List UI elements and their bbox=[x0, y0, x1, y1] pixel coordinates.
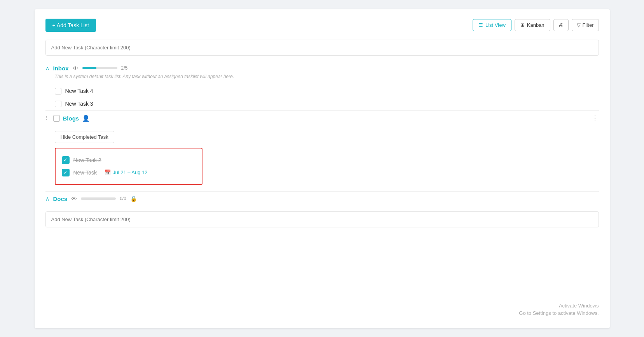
check-icon: ✓ bbox=[63, 157, 68, 163]
docs-progress-text: 0/0 bbox=[120, 196, 126, 201]
inbox-chevron-icon[interactable]: ∧ bbox=[45, 65, 49, 71]
task-label-new-task-3: New Task 3 bbox=[65, 101, 93, 107]
blogs-more-button[interactable]: ⋮ bbox=[592, 114, 599, 122]
docs-chevron-icon[interactable]: ∧ bbox=[45, 196, 49, 202]
add-task-input[interactable] bbox=[45, 40, 599, 56]
inbox-title: Inbox bbox=[53, 65, 69, 72]
inbox-description: This is a system default task list. Any … bbox=[55, 74, 599, 79]
completed-task-item: ✓ New Task 📅 Jul 21 – Aug 12 bbox=[62, 166, 195, 179]
docs-section-row: ∧ Docs 👁 0/0 🔒 bbox=[45, 191, 599, 206]
inbox-eye-icon[interactable]: 👁 bbox=[73, 65, 79, 72]
lock-icon: 🔒 bbox=[130, 196, 137, 202]
docs-title: Docs bbox=[53, 196, 68, 202]
filter-button[interactable]: ▽ Filter bbox=[572, 19, 599, 31]
bottom-add-task-input[interactable] bbox=[45, 211, 599, 227]
completed-checkbox-new-task-2[interactable]: ✓ bbox=[62, 156, 70, 164]
task-item: New Task 4 bbox=[45, 85, 599, 98]
kanban-button[interactable]: ⊞ Kanban bbox=[515, 19, 550, 31]
blogs-title: Blogs bbox=[63, 115, 79, 122]
date-text: Jul 21 – Aug 12 bbox=[113, 169, 148, 175]
task-label-new-task-4: New Task 4 bbox=[65, 88, 93, 94]
kanban-icon: ⊞ bbox=[520, 22, 525, 28]
blogs-section-row: ⠇ Blogs 👤 ⋮ bbox=[45, 110, 599, 126]
completed-task-label-new-task-2: New Task 2 bbox=[73, 157, 101, 163]
hide-completed-task-button[interactable]: Hide Completed Task bbox=[55, 131, 114, 143]
docs-progress-bar bbox=[81, 197, 116, 200]
main-container: + Add Task List ☰ List View ⊞ Kanban 🖨 ▽… bbox=[35, 9, 610, 328]
inbox-progress-bar bbox=[82, 67, 117, 69]
windows-line2: Go to Settings to activate Windows. bbox=[519, 309, 599, 317]
windows-watermark: Activate Windows Go to Settings to activ… bbox=[519, 302, 599, 317]
print-icon: 🖨 bbox=[558, 22, 564, 28]
inbox-progress-fill bbox=[82, 67, 96, 69]
print-button[interactable]: 🖨 bbox=[553, 19, 569, 31]
filter-icon: ▽ bbox=[577, 22, 581, 28]
completed-task-label-new-task: New Task bbox=[73, 169, 97, 176]
inbox-progress-text: 2/5 bbox=[121, 65, 128, 71]
completed-checkbox-new-task[interactable]: ✓ bbox=[62, 169, 70, 176]
inbox-section-header: ∧ Inbox 👁 2/5 bbox=[45, 65, 599, 72]
list-view-icon: ☰ bbox=[478, 22, 483, 28]
task-item: New Task 3 bbox=[45, 98, 599, 110]
toolbar-right: ☰ List View ⊞ Kanban 🖨 ▽ Filter bbox=[473, 19, 599, 31]
task-checkbox-new-task-4[interactable] bbox=[55, 88, 61, 94]
date-badge: 📅 Jul 21 – Aug 12 bbox=[105, 169, 148, 175]
toolbar: + Add Task List ☰ List View ⊞ Kanban 🖨 ▽… bbox=[45, 19, 599, 32]
windows-line1: Activate Windows bbox=[519, 302, 599, 310]
person-icon: 👤 bbox=[82, 115, 90, 122]
blogs-checkbox[interactable] bbox=[53, 115, 60, 122]
add-task-list-button[interactable]: + Add Task List bbox=[45, 19, 96, 32]
completed-tasks-box: ✓ New Task 2 ✓ New Task 📅 Jul 21 – Aug 1… bbox=[55, 148, 202, 185]
task-checkbox-new-task-3[interactable] bbox=[55, 101, 61, 107]
docs-eye-icon[interactable]: 👁 bbox=[71, 196, 77, 202]
list-view-button[interactable]: ☰ List View bbox=[473, 19, 511, 31]
calendar-icon: 📅 bbox=[105, 169, 111, 175]
completed-task-item: ✓ New Task 2 bbox=[62, 154, 195, 166]
check-icon: ✓ bbox=[63, 169, 68, 175]
drag-handle-icon[interactable]: ⠇ bbox=[45, 115, 49, 121]
